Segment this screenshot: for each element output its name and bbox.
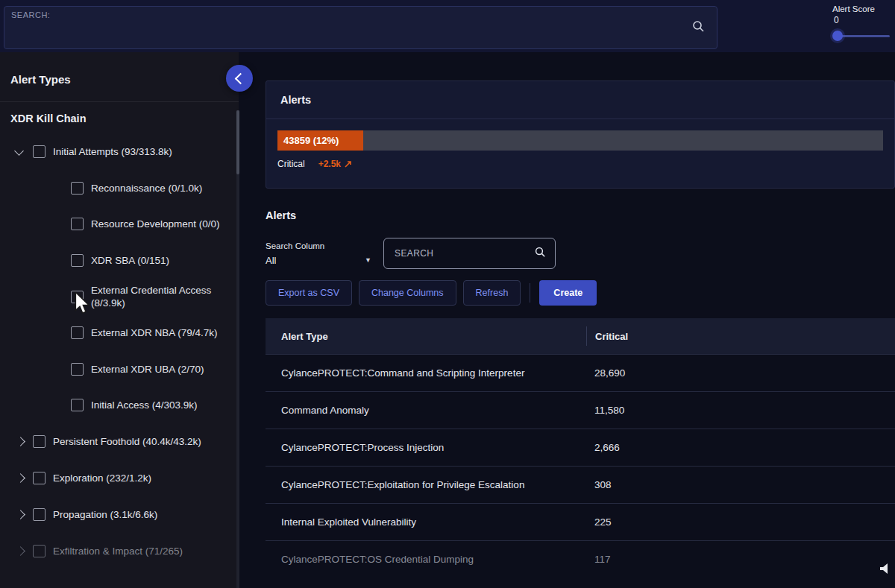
alert-type-tree: Initial Attempts (93/313.8k) Reconnaissa…	[0, 124, 239, 569]
cell-alert-type: Internal Exploited Vulnerability	[266, 516, 586, 528]
tree-item-label: Resource Development (0/0)	[91, 218, 220, 230]
chevron-down-icon[interactable]	[10, 150, 33, 154]
chevron-right-icon[interactable]	[10, 548, 33, 554]
table-search[interactable]	[383, 238, 556, 269]
table-row[interactable]: Internal Exploited Vulnerability 225	[266, 503, 895, 540]
tree-item-resource-development[interactable]: Resource Development (0/0)	[0, 206, 239, 243]
header-alert-type[interactable]: Alert Type	[266, 331, 586, 342]
checkbox-resource-development[interactable]	[71, 218, 84, 230]
alert-score: Alert Score 0	[832, 4, 891, 41]
mouse-cursor	[72, 291, 92, 318]
alerts-stacked-bar[interactable]: 43859 (12%)	[277, 130, 883, 151]
table-row[interactable]: Command Anomaly 11,580	[266, 391, 895, 429]
tree-item-label: External XDR NBA (79/4.7k)	[91, 326, 218, 339]
checkbox-exploration[interactable]	[33, 472, 45, 484]
table-row[interactable]: CylancePROTECT:Process Injection 2,666	[266, 429, 895, 466]
tree-item-label: Initial Access (4/303.9k)	[91, 399, 198, 411]
global-search[interactable]: SEARCH:	[4, 6, 717, 49]
refresh-button[interactable]: Refresh	[463, 280, 521, 306]
alerts-table-section: Alerts Search Column All ▼ Expo	[266, 209, 895, 578]
table-search-input[interactable]	[393, 247, 535, 259]
legend-critical-label: Critical	[277, 159, 305, 169]
cell-alert-type: Command Anomaly	[266, 405, 586, 416]
tree-item-persistent-foothold[interactable]: Persistent Foothold (40.4k/43.2k)	[0, 423, 239, 460]
topbar: SEARCH: Alert Score 0	[0, 0, 895, 52]
tree-item-initial-attempts[interactable]: Initial Attempts (93/313.8k)	[0, 133, 239, 170]
cell-alert-type: CylancePROTECT:Command and Scripting Int…	[266, 367, 586, 379]
table-row[interactable]: CylancePROTECT:OS Credential Dumping 117	[266, 540, 895, 578]
search-column-value: All	[266, 255, 276, 266]
checkbox-external-xdr-uba[interactable]	[71, 363, 84, 376]
checkbox-exfiltration-impact[interactable]	[33, 545, 45, 557]
volume-icon[interactable]	[877, 561, 892, 579]
alert-score-slider[interactable]	[832, 31, 891, 41]
chevron-left-icon	[235, 72, 247, 84]
main-content: Alerts 43859 (12%) Critical +2.5k Alerts	[240, 52, 895, 588]
slider-track	[836, 35, 890, 37]
search-icon[interactable]	[535, 247, 546, 261]
cell-critical: 117	[586, 554, 895, 565]
export-csv-button[interactable]: Export as CSV	[266, 280, 352, 306]
tree-item-label: External Credential Access (8/3.9k)	[91, 284, 228, 309]
alerts-table: Alert Type Critical CylancePROTECT:Comma…	[266, 318, 895, 578]
checkbox-persistent-foothold[interactable]	[33, 435, 45, 448]
change-columns-button[interactable]: Change Columns	[359, 280, 456, 306]
kill-chain-section-title: XDR Kill Chain	[0, 102, 239, 124]
tree-item-external-credential-access[interactable]: External Credential Access (8/3.9k)	[0, 279, 239, 315]
tree-item-label: Exfiltration & Impact (71/265)	[53, 545, 183, 557]
tree-item-label: External XDR UBA (2/70)	[91, 363, 204, 376]
checkbox-initial-access[interactable]	[71, 399, 84, 411]
sidebar-scrollbar[interactable]	[236, 110, 239, 588]
cell-alert-type: CylancePROTECT:Process Injection	[266, 442, 586, 453]
cell-alert-type: CylancePROTECT:Exploitation for Privileg…	[266, 479, 586, 490]
tree-item-label: Propagation (3.1k/6.6k)	[53, 508, 157, 521]
tree-item-propagation[interactable]: Propagation (3.1k/6.6k)	[0, 496, 239, 533]
tree-item-label: Exploration (232/1.2k)	[53, 472, 151, 484]
chevron-right-icon[interactable]	[10, 511, 33, 518]
global-search-input[interactable]	[10, 23, 670, 47]
cell-critical: 225	[586, 516, 895, 528]
checkbox-propagation[interactable]	[33, 508, 45, 521]
tree-item-reconnaissance[interactable]: Reconnaissance (0/1.0k)	[0, 170, 239, 206]
search-column-label: Search Column	[266, 241, 374, 250]
chevron-right-icon[interactable]	[10, 475, 33, 481]
table-row[interactable]: CylancePROTECT:Exploitation for Privileg…	[266, 466, 895, 503]
critical-bar-segment[interactable]: 43859 (12%)	[277, 130, 363, 151]
tree-item-label: Persistent Foothold (40.4k/43.2k)	[53, 435, 201, 448]
tree-item-external-xdr-uba[interactable]: External XDR UBA (2/70)	[0, 351, 239, 388]
cell-alert-type: CylancePROTECT:OS Credential Dumping	[266, 554, 586, 565]
alerts-summary-card: Alerts 43859 (12%) Critical +2.5k	[266, 80, 895, 189]
table-row[interactable]: CylancePROTECT:Command and Scripting Int…	[266, 354, 895, 391]
tree-item-exfiltration-impact[interactable]: Exfiltration & Impact (71/265)	[0, 533, 239, 569]
tree-item-initial-access[interactable]: Initial Access (4/303.9k)	[0, 388, 239, 424]
cell-critical: 11,580	[586, 405, 895, 416]
app-root: SEARCH: Alert Score 0 Alert Types XDR Ki…	[0, 0, 895, 588]
tree-item-exploration[interactable]: Exploration (232/1.2k)	[0, 460, 239, 496]
summary-card-title: Alerts	[266, 81, 894, 119]
search-column-select[interactable]: Search Column All ▼	[266, 241, 374, 266]
slider-thumb[interactable]	[832, 31, 843, 41]
checkbox-external-xdr-nba[interactable]	[71, 326, 84, 339]
tree-item-xdr-sba[interactable]: XDR SBA (0/151)	[0, 242, 239, 279]
sidebar-collapse-button[interactable]	[226, 65, 253, 92]
tree-item-external-xdr-nba[interactable]: External XDR NBA (79/4.7k)	[0, 314, 239, 351]
dropdown-caret-icon[interactable]: ▼	[365, 256, 371, 264]
sidebar-scrollbar-thumb[interactable]	[236, 110, 239, 174]
cell-critical: 28,690	[586, 367, 895, 379]
chevron-right-icon[interactable]	[10, 438, 33, 445]
tree-item-label: XDR SBA (0/151)	[91, 254, 169, 267]
cell-critical: 2,666	[586, 442, 895, 453]
checkbox-xdr-sba[interactable]	[71, 254, 84, 267]
sidebar: Alert Types XDR Kill Chain Initial Attem…	[0, 52, 239, 588]
sidebar-title: Alert Types	[0, 52, 239, 102]
header-critical[interactable]: Critical	[586, 326, 895, 346]
create-button[interactable]: Create	[539, 280, 597, 306]
search-icon[interactable]	[692, 20, 705, 36]
legend-delta: +2.5k	[318, 159, 352, 169]
checkbox-initial-attempts[interactable]	[33, 145, 45, 158]
alert-score-label: Alert Score	[832, 4, 891, 13]
alert-score-value: 0	[834, 15, 891, 25]
critical-bar-label: 43859 (12%)	[283, 135, 339, 146]
checkbox-reconnaissance[interactable]	[71, 182, 84, 195]
tree-item-label: Reconnaissance (0/1.0k)	[91, 182, 202, 195]
